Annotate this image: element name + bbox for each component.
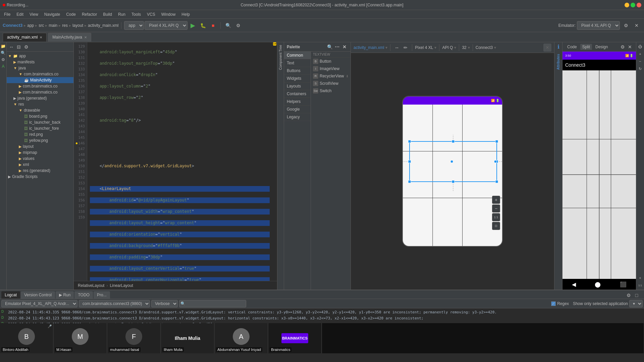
layout-label[interactable]: layout xyxy=(72,23,83,28)
src-label[interactable]: src xyxy=(39,23,44,28)
main-label[interactable]: main xyxy=(49,23,57,28)
emulator-close-btn[interactable]: ✕ xyxy=(632,21,641,30)
emulator-rotate-btn[interactable]: ↻ xyxy=(637,66,643,72)
palette-widget-recyclerview[interactable]: R RecyclerView ⬇ xyxy=(311,72,351,80)
settings-button[interactable]: ⚙ xyxy=(233,21,243,30)
left-btn-android[interactable]: A xyxy=(1,64,6,69)
menu-vcs[interactable]: VCS xyxy=(144,11,158,17)
menu-view[interactable]: View xyxy=(27,11,41,17)
emulator-close-icon[interactable]: ✕ xyxy=(627,44,633,50)
palette-search-btn[interactable]: 🔍 xyxy=(326,44,333,50)
left-btn-2[interactable]: 🔍 xyxy=(1,50,6,56)
emulator-tab-code[interactable]: Code xyxy=(565,44,579,50)
palette-cat-google[interactable]: Google xyxy=(284,106,311,113)
tree-settings-btn[interactable]: ⚙ xyxy=(23,44,30,50)
palette-widget-button[interactable]: B Button xyxy=(311,58,351,65)
maximize-btn[interactable] xyxy=(631,3,635,7)
minimize-btn[interactable] xyxy=(625,3,629,7)
emulator-device-selector[interactable]: Pixel 4 XL API Q xyxy=(577,21,620,30)
tree-item-iclback[interactable]: 🖼 ic_launcher_back xyxy=(7,119,73,125)
debug-button[interactable]: 🐛 xyxy=(198,21,208,30)
emulator-settings-icon[interactable]: ⚙ xyxy=(619,44,626,50)
menu-refactor[interactable]: Refactor xyxy=(79,11,100,17)
palette-cat-common[interactable]: Common xyxy=(284,52,311,59)
canvas-file-link[interactable]: activity_main.xml xyxy=(354,45,384,50)
emulator-settings-btn[interactable]: ⚙ xyxy=(621,21,631,30)
tree-item-manifests[interactable]: ▶ manifests xyxy=(7,59,73,65)
editor-content[interactable]: 129130131132133 134135136137138 139140 1… xyxy=(74,42,277,281)
menu-tools[interactable]: Tools xyxy=(129,11,144,17)
search-button[interactable]: 🔍 xyxy=(223,21,233,30)
palette-cat-buttons[interactable]: Buttons xyxy=(284,67,311,75)
show-selected-dropdown[interactable]: ▾ xyxy=(629,300,643,307)
zoom-fit-btn[interactable]: ⊡ xyxy=(492,222,500,230)
tree-item-res[interactable]: ▼ res xyxy=(7,101,73,107)
palette-widget-switch[interactable]: Sw Switch xyxy=(311,87,351,95)
logcat-tab[interactable]: Logcat xyxy=(1,291,20,299)
bottom-settings-btn[interactable]: ⚙ xyxy=(625,292,632,299)
file-label[interactable]: activity_main.xml xyxy=(88,23,118,28)
menu-run[interactable]: Run xyxy=(115,11,128,17)
tree-item-package2[interactable]: ▶ com.brainmatics.co xyxy=(7,83,73,89)
tree-item-iclfore[interactable]: 🖼 ic_launcher_fore xyxy=(7,125,73,131)
bottom-maximize-btn[interactable]: □ xyxy=(633,292,640,299)
left-btn-3[interactable]: ⚙ xyxy=(1,57,6,62)
tree-item-res-gen[interactable]: ▶ res (generated) xyxy=(7,168,73,174)
zoom-reset-btn[interactable]: 1:1 xyxy=(492,213,500,221)
emulator-vol-up-btn[interactable]: + xyxy=(637,51,643,57)
nav-recents[interactable]: ⬛ xyxy=(620,281,627,288)
left-btn-1[interactable]: 📁 xyxy=(1,44,6,49)
run-config-selector[interactable]: app xyxy=(124,21,144,30)
menu-navigate[interactable]: Navigate xyxy=(42,11,63,17)
tree-item-mipmap[interactable]: ▶ mipmap xyxy=(7,149,73,156)
tab-mainactivity[interactable]: MainActivity.java ✕ xyxy=(48,33,91,42)
nav-home[interactable]: ⬤ xyxy=(595,281,601,288)
tab-activity-main[interactable]: activity_main.xml ✕ xyxy=(3,33,47,42)
emulator-zoom-in-btn[interactable]: + xyxy=(637,275,643,281)
emulator-tab-design[interactable]: Design xyxy=(593,44,610,50)
tab-mainactivity-close[interactable]: ✕ xyxy=(84,36,87,39)
stop-button[interactable]: ■ xyxy=(208,21,218,30)
tree-item-board[interactable]: 🖼 board.png xyxy=(7,113,73,119)
canvas-tool-btn-2[interactable]: ✏ xyxy=(402,44,409,51)
code-editor[interactable]: android:layout_marginLeft="45dp" android… xyxy=(87,42,272,281)
canvas-area[interactable]: 📶 🔋 xyxy=(351,53,554,290)
component-tree-label[interactable]: Component Tree xyxy=(278,42,283,73)
tree-sync-btn[interactable]: ↔ xyxy=(8,44,15,50)
palette-cat-helpers[interactable]: Helpers xyxy=(284,98,311,106)
device-dropdown[interactable]: Emulator Pixel_4_XL_API_Q Andr... xyxy=(1,300,77,307)
palette-cat-legacy[interactable]: Legacy xyxy=(284,113,311,121)
menu-help[interactable]: Help xyxy=(179,11,193,17)
tree-item-java-gen[interactable]: ▶ java (generated) xyxy=(7,95,73,101)
palette-close-btn[interactable]: ✕ xyxy=(341,44,348,50)
tree-item-package1[interactable]: ▼ com.brainmatics.co xyxy=(7,71,73,77)
menu-file[interactable]: File xyxy=(1,11,13,17)
tree-item-package3[interactable]: ▶ com.brainmatics.co xyxy=(7,89,73,95)
app-selector[interactable]: app xyxy=(27,23,34,28)
palette-cat-containers[interactable]: Containers xyxy=(284,90,311,98)
tree-item-gradle[interactable]: ▶ Gradle Scripts xyxy=(7,174,73,180)
menu-edit[interactable]: Edit xyxy=(14,11,26,17)
tree-item-red[interactable]: 🖼 red.png xyxy=(7,131,73,137)
palette-widget-imageview[interactable]: I ImageView xyxy=(311,65,351,72)
palette-cat-text[interactable]: Text xyxy=(284,59,311,67)
menu-code[interactable]: Code xyxy=(63,11,78,17)
todo-tab[interactable]: TODO xyxy=(74,291,93,299)
tree-item-values[interactable]: ▶ values xyxy=(7,156,73,162)
breadcrumb-relative[interactable]: RelativeLayout xyxy=(76,283,106,289)
emulator-tab-split[interactable]: Split xyxy=(580,44,592,50)
tree-item-java[interactable]: ▼ java xyxy=(7,65,73,71)
run-button[interactable]: ▶ xyxy=(188,21,198,30)
tree-item-xml[interactable]: ▶ xml xyxy=(7,162,73,168)
breadcrumb-linear[interactable]: LinearLayout xyxy=(108,283,134,289)
profiler-tab[interactable]: Pro... xyxy=(94,291,110,299)
tree-item-mainactivity[interactable]: ☕ MainActivity xyxy=(7,77,73,83)
menu-build[interactable]: Build xyxy=(100,11,115,17)
package-dropdown[interactable]: com.brainmatics.connect3 (9860) xyxy=(79,300,150,307)
tree-collapse-btn[interactable]: ⊟ xyxy=(15,44,22,50)
device-selector[interactable]: Pixel 4 XL API Q xyxy=(145,21,187,30)
tree-item-layout[interactable]: ▶ layout xyxy=(7,143,73,149)
zoom-out-btn[interactable]: − xyxy=(492,204,500,213)
tab-activity-main-close[interactable]: ✕ xyxy=(40,36,42,39)
logcat-filter-input[interactable] xyxy=(179,300,246,307)
